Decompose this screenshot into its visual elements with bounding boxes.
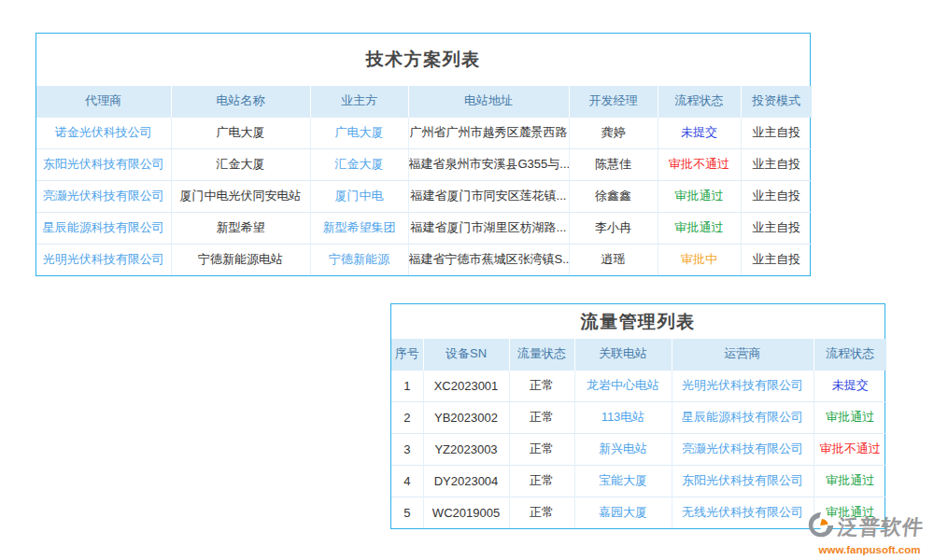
tech-header-owner: 业主方: [310, 86, 408, 117]
agent-link[interactable]: 星辰能源科技有限公司: [36, 212, 171, 244]
process-status-cell: 审批不通过: [658, 148, 741, 180]
linked-station-link[interactable]: 新兴电站: [574, 433, 672, 465]
tech-plan-table: 代理商电站名称业主方电站地址开发经理流程状态投资模式 诺金光伏科技公司广电大厦广…: [36, 86, 812, 275]
flow-management-list-card: 流量管理列表 序号设备SN流量状态关联电站运营商流程状态 1XC2023001正…: [390, 303, 885, 529]
investment-mode-cell: 业主自投: [741, 180, 812, 212]
fanpu-logo-icon: [807, 511, 835, 543]
operator-link[interactable]: 星辰能源科技有限公司: [672, 401, 814, 433]
station-address-cell: 福建省厦门市同安区莲花镇...: [408, 180, 569, 212]
tech-row: 光明光伏科技有限公司宁德新能源电站宁德新能源福建省宁德市蕉城区张湾镇S...逍瑶…: [36, 244, 812, 275]
watermark-brand-text: 泛普软件: [837, 517, 925, 538]
agent-link[interactable]: 光明光伏科技有限公司: [36, 244, 171, 275]
flow-status-cell: 正常: [509, 401, 574, 433]
operator-link[interactable]: 亮灏光伏科技有限公司: [672, 433, 814, 465]
tech-row: 东阳光伏科技有限公司汇金大厦汇金大厦福建省泉州市安溪县G355与...陈慧佳审批…: [36, 148, 812, 180]
tech-header-investment: 投资模式: [741, 86, 812, 117]
process-status-cell: 未提交: [658, 117, 741, 148]
process-status-cell: 未提交: [814, 370, 886, 401]
investment-mode-cell: 业主自投: [741, 117, 812, 148]
tech-header-manager: 开发经理: [569, 86, 658, 117]
flow-status-cell: 正常: [509, 497, 574, 528]
process-status-cell: 审批通过: [814, 465, 886, 497]
owner-link[interactable]: 新型希望集团: [310, 212, 408, 244]
tech-header-address: 电站地址: [408, 86, 569, 117]
device-sn-cell: WC2019005: [423, 497, 509, 528]
station-name-cell: 宁德新能源电站: [171, 244, 310, 275]
watermark: 泛普软件 www.fanpusoft.com: [807, 511, 932, 556]
station-name-cell: 新型希望: [171, 212, 310, 244]
linked-station-link[interactable]: 龙岩中心电站: [574, 370, 672, 401]
flow-management-table-body: 1XC2023001正常龙岩中心电站光明光伏科技有限公司未提交2YB202300…: [391, 370, 886, 528]
investment-mode-cell: 业主自投: [741, 148, 812, 180]
flow-management-table-header: 序号设备SN流量状态关联电站运营商流程状态: [391, 339, 886, 370]
row-index-cell: 1: [391, 370, 423, 401]
flow-header-no: 序号: [391, 339, 423, 370]
tech-row: 星辰能源科技有限公司新型希望新型希望集团福建省厦门市湖里区枋湖路...李小冉审批…: [36, 212, 812, 244]
flow-header-linked-station: 关联电站: [574, 339, 672, 370]
dev-manager-cell: 龚婷: [569, 117, 658, 148]
process-status-cell: 审批不通过: [814, 433, 886, 465]
tech-header-agent: 代理商: [36, 86, 171, 117]
device-sn-cell: YZ2023003: [423, 433, 509, 465]
process-status-cell: 审批中: [658, 244, 741, 275]
flow-row: 4DY2023004正常宝能大厦东阳光伏科技有限公司审批通过: [391, 465, 886, 497]
dev-manager-cell: 陈慧佳: [569, 148, 658, 180]
flow-status-cell: 正常: [509, 433, 574, 465]
linked-station-link[interactable]: 嘉园大厦: [574, 497, 672, 528]
row-index-cell: 2: [391, 401, 423, 433]
tech-plan-list-card: 技术方案列表 代理商电站名称业主方电站地址开发经理流程状态投资模式 诺金光伏科技…: [35, 33, 811, 276]
investment-mode-cell: 业主自投: [741, 244, 812, 275]
flow-management-table: 序号设备SN流量状态关联电站运营商流程状态 1XC2023001正常龙岩中心电站…: [391, 339, 886, 528]
owner-link[interactable]: 广电大厦: [310, 117, 408, 148]
station-name-cell: 厦门中电光伏同安电站: [171, 180, 310, 212]
operator-link[interactable]: 东阳光伏科技有限公司: [672, 465, 814, 497]
flow-row: 1XC2023001正常龙岩中心电站光明光伏科技有限公司未提交: [391, 370, 886, 401]
process-status-cell: 审批通过: [814, 401, 886, 433]
flow-row: 3YZ2023003正常新兴电站亮灏光伏科技有限公司审批不通过: [391, 433, 886, 465]
device-sn-cell: DY2023004: [423, 465, 509, 497]
device-sn-cell: YB2023002: [423, 401, 509, 433]
tech-plan-table-body: 诺金光伏科技公司广电大厦广电大厦广州省广州市越秀区麓景西路龚婷未提交业主自投东阳…: [36, 117, 812, 275]
station-name-cell: 汇金大厦: [171, 148, 310, 180]
agent-link[interactable]: 诺金光伏科技公司: [36, 117, 171, 148]
row-index-cell: 5: [391, 497, 423, 528]
tech-row: 诺金光伏科技公司广电大厦广电大厦广州省广州市越秀区麓景西路龚婷未提交业主自投: [36, 117, 812, 148]
station-address-cell: 福建省宁德市蕉城区张湾镇S...: [408, 244, 569, 275]
operator-link[interactable]: 光明光伏科技有限公司: [672, 370, 814, 401]
flow-status-cell: 正常: [509, 370, 574, 401]
flow-row: 2YB2023002正常113电站星辰能源科技有限公司审批通过: [391, 401, 886, 433]
tech-plan-table-header: 代理商电站名称业主方电站地址开发经理流程状态投资模式: [36, 86, 812, 117]
row-index-cell: 3: [391, 433, 423, 465]
process-status-cell: 审批通过: [658, 180, 741, 212]
flow-header-operator: 运营商: [672, 339, 814, 370]
agent-link[interactable]: 东阳光伏科技有限公司: [36, 148, 171, 180]
investment-mode-cell: 业主自投: [741, 212, 812, 244]
owner-link[interactable]: 厦门中电: [310, 180, 408, 212]
flow-header-flow-status: 流量状态: [509, 339, 574, 370]
operator-link[interactable]: 无线光伏科技有限公司: [672, 497, 814, 528]
tech-header-status: 流程状态: [658, 86, 741, 117]
tech-row: 亮灏光伏科技有限公司厦门中电光伏同安电站厦门中电福建省厦门市同安区莲花镇...徐…: [36, 180, 812, 212]
agent-link[interactable]: 亮灏光伏科技有限公司: [36, 180, 171, 212]
linked-station-link[interactable]: 宝能大厦: [574, 465, 672, 497]
tech-plan-list-title: 技术方案列表: [36, 34, 810, 86]
flow-management-list-title: 流量管理列表: [391, 304, 884, 339]
station-name-cell: 广电大厦: [171, 117, 310, 148]
process-status-cell: 审批通过: [658, 212, 741, 244]
owner-link[interactable]: 汇金大厦: [310, 148, 408, 180]
owner-link[interactable]: 宁德新能源: [310, 244, 408, 275]
flow-header-device-sn: 设备SN: [423, 339, 509, 370]
tech-header-station-name: 电站名称: [171, 86, 310, 117]
device-sn-cell: XC2023001: [423, 370, 509, 401]
dev-manager-cell: 徐鑫鑫: [569, 180, 658, 212]
station-address-cell: 福建省泉州市安溪县G355与...: [408, 148, 569, 180]
linked-station-link[interactable]: 113电站: [574, 401, 672, 433]
watermark-url-text: www.fanpusoft.com: [807, 545, 932, 556]
dev-manager-cell: 李小冉: [569, 212, 658, 244]
flow-header-status: 流程状态: [814, 339, 886, 370]
dev-manager-cell: 逍瑶: [569, 244, 658, 275]
row-index-cell: 4: [391, 465, 423, 497]
station-address-cell: 福建省厦门市湖里区枋湖路...: [408, 212, 569, 244]
flow-status-cell: 正常: [509, 465, 574, 497]
station-address-cell: 广州省广州市越秀区麓景西路: [408, 117, 569, 148]
